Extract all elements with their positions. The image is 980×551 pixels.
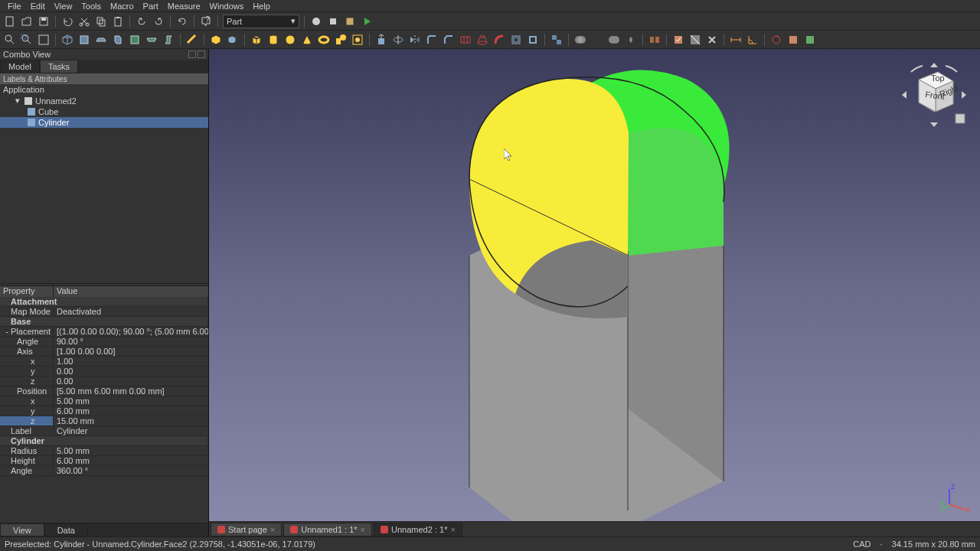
property-row[interactable]: LabelCylinder <box>0 426 208 436</box>
part-create-icon[interactable] <box>209 33 223 47</box>
chamfer-icon[interactable] <box>442 33 456 47</box>
tab-model[interactable]: Model <box>0 60 40 73</box>
sweep-icon[interactable] <box>492 33 506 47</box>
torus-icon[interactable] <box>317 33 331 47</box>
expander-icon[interactable]: ▾ <box>14 96 21 106</box>
view-bottom-icon[interactable] <box>145 33 158 47</box>
undo2-icon[interactable] <box>135 15 149 28</box>
menu-windows[interactable]: Windows <box>205 2 249 11</box>
doc-tab-unnamed1[interactable]: Unnamed1 : 1* × <box>283 523 372 536</box>
cross-icon[interactable] <box>705 33 719 47</box>
shapebuilder-icon[interactable] <box>351 33 364 47</box>
property-row[interactable]: Position[5.00 mm 6.00 mm 0.00 mm] <box>0 386 208 396</box>
cut-bool-icon[interactable] <box>590 33 604 47</box>
loft-icon[interactable] <box>475 33 489 47</box>
view-front-icon[interactable] <box>77 33 91 47</box>
close-icon[interactable]: × <box>270 525 275 534</box>
mirror-icon[interactable] <box>408 33 422 47</box>
tab-data[interactable]: Data <box>44 523 88 536</box>
measure-angular-icon[interactable] <box>746 33 760 47</box>
undo-icon[interactable] <box>60 15 74 28</box>
property-row[interactable]: z15.00 mm <box>0 416 208 426</box>
tree-item-cylinder[interactable]: Cylinder <box>0 117 208 128</box>
doc-tab-unnamed2[interactable]: Unnamed2 : 1* × <box>374 523 462 536</box>
boolean-icon[interactable] <box>573 33 587 47</box>
tree-item-cube[interactable]: Cube <box>0 106 208 117</box>
3d-viewport[interactable]: Front Right Top z x y Start p <box>209 49 980 536</box>
macro-list-icon[interactable] <box>343 15 357 28</box>
view-rear-icon[interactable] <box>128 33 142 47</box>
cone-icon[interactable] <box>300 33 314 47</box>
revolve-icon[interactable] <box>391 33 405 47</box>
view-right-icon[interactable] <box>111 33 125 47</box>
fillet-icon[interactable] <box>425 33 439 47</box>
navigation-cube[interactable]: Front Right Top <box>896 57 972 133</box>
ruled-icon[interactable] <box>459 33 472 47</box>
property-row[interactable]: y0.00 <box>0 367 208 377</box>
paste-icon[interactable] <box>111 15 125 28</box>
cylinder-icon[interactable] <box>266 33 280 47</box>
model-tree[interactable]: Application ▾ Unnamed2 Cube Cylinder <box>0 84 208 283</box>
redo-icon[interactable] <box>152 15 165 28</box>
status-nav-mode[interactable]: CAD <box>853 540 871 549</box>
property-row[interactable]: x5.00 mm <box>0 396 208 406</box>
refresh-icon[interactable] <box>175 15 189 28</box>
doc-tab-start[interactable]: Start page × <box>211 523 282 536</box>
measure-icon[interactable] <box>185 33 199 47</box>
property-row[interactable]: y6.00 mm <box>0 406 208 416</box>
macro-record-icon[interactable] <box>309 15 323 28</box>
property-row[interactable]: Height6.00 mm <box>0 456 208 466</box>
menu-macro[interactable]: Macro <box>106 2 139 11</box>
dock-icon[interactable] <box>188 51 196 58</box>
new-file-icon[interactable] <box>3 15 17 28</box>
whatsthis-icon[interactable]: ? <box>199 15 213 28</box>
measure-toggle-icon[interactable] <box>803 33 817 47</box>
property-group[interactable]: Base <box>0 317 208 327</box>
common-icon[interactable] <box>624 33 638 47</box>
fuse-icon[interactable] <box>607 33 621 47</box>
menu-measure[interactable]: Measure <box>163 2 205 11</box>
workbench-selector[interactable]: Part ▾ <box>223 15 299 28</box>
property-row[interactable]: Angle90.00 ° <box>0 337 208 347</box>
draw-style-icon[interactable] <box>37 33 51 47</box>
compound-icon[interactable] <box>550 33 564 47</box>
property-row[interactable]: Radius5.00 mm <box>0 446 208 456</box>
zoom-fit-icon[interactable] <box>3 33 17 47</box>
cube-icon[interactable] <box>250 33 263 47</box>
menu-part[interactable]: Part <box>139 2 163 11</box>
property-row[interactable]: Map ModeDeactivated <box>0 307 208 317</box>
property-row[interactable]: z0.00 <box>0 377 208 386</box>
menu-help[interactable]: Help <box>248 2 275 11</box>
close-panel-icon[interactable] <box>198 51 205 58</box>
menu-tools[interactable]: Tools <box>77 2 106 11</box>
extrude-icon[interactable] <box>374 33 388 47</box>
property-row[interactable]: Axis[1.00 0.00 0.00] <box>0 347 208 357</box>
view-left-icon[interactable] <box>162 33 175 47</box>
primitives-icon[interactable] <box>334 33 348 47</box>
property-group[interactable]: Attachment <box>0 297 208 307</box>
part-group-icon[interactable] <box>226 33 240 47</box>
tab-tasks[interactable]: Tasks <box>40 60 78 73</box>
tree-root[interactable]: Application <box>0 84 208 95</box>
property-row[interactable]: -Placement[(1.00 0.00 0.00); 90.00 °; (5… <box>0 327 208 337</box>
macro-play-icon[interactable] <box>360 15 374 28</box>
property-group[interactable]: Cylinder <box>0 436 208 446</box>
measure-refresh-icon[interactable] <box>769 33 783 47</box>
measure-linear-icon[interactable] <box>729 33 743 47</box>
menu-edit[interactable]: Edit <box>26 2 50 11</box>
close-icon[interactable]: × <box>361 525 365 534</box>
open-file-icon[interactable] <box>20 15 34 28</box>
menu-view[interactable]: View <box>50 2 77 11</box>
copy-icon[interactable] <box>94 15 108 28</box>
sphere-icon[interactable] <box>283 33 297 47</box>
property-panel[interactable]: AttachmentMap ModeDeactivatedBase-Placem… <box>0 297 208 523</box>
split-icon[interactable] <box>648 33 662 47</box>
offset-icon[interactable] <box>509 33 523 47</box>
section-icon[interactable] <box>688 33 702 47</box>
view-top-icon[interactable] <box>94 33 108 47</box>
tree-document[interactable]: ▾ Unnamed2 <box>0 95 208 106</box>
thickness-icon[interactable] <box>526 33 540 47</box>
macro-stop-icon[interactable] <box>326 15 340 28</box>
measure-clear-icon[interactable] <box>786 33 800 47</box>
check-icon[interactable] <box>671 33 685 47</box>
